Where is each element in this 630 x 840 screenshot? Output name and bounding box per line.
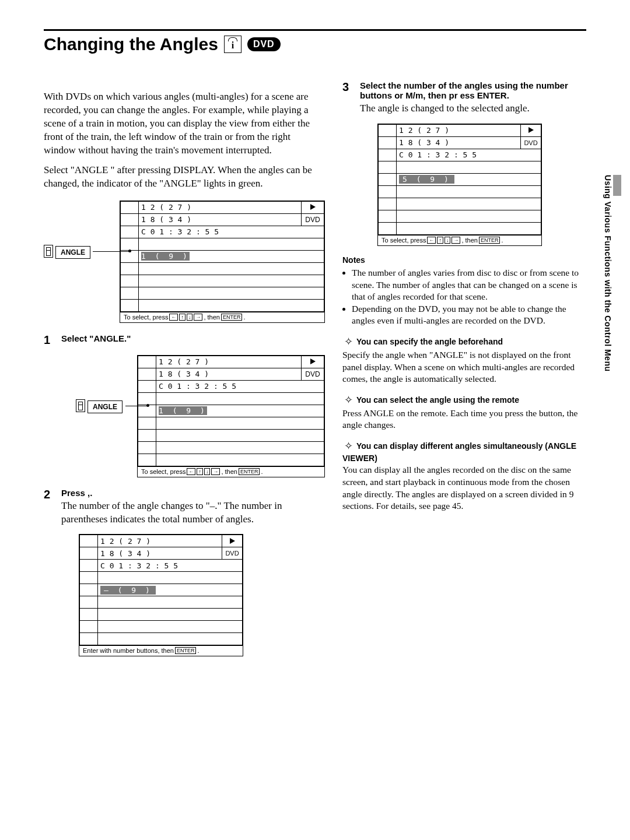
tip-1: ✧ You can specify the angle beforehand S…	[342, 335, 586, 385]
step-2-heading: Press ,.	[61, 488, 325, 498]
tip-2-title: You can select the angle using the remot…	[356, 395, 519, 405]
step-3-heading: Select the number of the angles using th…	[360, 80, 586, 100]
osd-footer: To select, press ←↑↓→ , then ENTER.	[120, 312, 324, 322]
osd-footer: Enter with number buttons, then ENTER.	[79, 645, 243, 656]
note-item: Depending on the DVD, you may not be abl…	[352, 303, 586, 327]
info-icon	[224, 36, 242, 53]
tip-icon: ✧	[342, 393, 354, 406]
intro-paragraph-2: Select "ANGLE " after pressing DISPLAY. …	[44, 164, 325, 191]
tip-1-body: Specify the angle when "ANGLE" is not di…	[342, 349, 586, 385]
tip-3-body: You can display all the angles recorded …	[342, 464, 586, 512]
osd-footer: To select, press ←↑↓→ , then ENTER.	[378, 235, 541, 245]
right-column: 3 Select the number of the angles using …	[342, 80, 586, 662]
page-title: Changing the Angles	[44, 34, 218, 54]
angle-icon	[76, 399, 85, 412]
play-icon	[310, 204, 316, 210]
note-item: The number of angles varies from disc to…	[352, 267, 586, 303]
tip-icon: ✧	[342, 335, 354, 348]
step-3-body: The angle is changed to the selected ang…	[360, 102, 586, 115]
tip-icon: ✧	[342, 440, 354, 452]
step-2: 2 Press ,. The number of the angle chang…	[44, 488, 325, 526]
osd-screen-step3: 1 2 ( 2 7 ) 1 8 ( 3 4 )DVD C 0 1 : 3 2 :…	[377, 124, 542, 246]
play-icon	[310, 359, 316, 364]
play-icon	[528, 127, 534, 133]
notes-heading: Notes	[342, 255, 586, 265]
side-section-title: Using Various Functions with the Control…	[603, 175, 612, 372]
angle-label: ANGLE	[88, 400, 123, 413]
osd-screen-step1: 1 2 ( 2 7 ) 1 8 ( 3 4 )DVD C 0 1 : 3 2 :…	[137, 355, 325, 477]
tip-1-title: You can specify the angle beforehand	[356, 337, 503, 346]
left-column: With DVDs on which various angles (multi…	[44, 80, 325, 662]
tip-3: ✧ You can display different angles simul…	[342, 440, 586, 512]
osd-screen-step2: 1 2 ( 2 7 ) 1 8 ( 3 4 )DVD C 0 1 : 3 2 :…	[79, 534, 243, 656]
step-3: 3 Select the number of the angles using …	[342, 80, 586, 115]
angle-label: ANGLE	[55, 246, 90, 259]
intro-paragraph-1: With DVDs on which various angles (multi…	[44, 90, 325, 157]
osd-footer: To select, press ←↑↓→ , then ENTER.	[138, 466, 324, 477]
tip-3-title: You can display different angles simulta…	[342, 441, 576, 463]
step-1: 1 Select "ANGLE."	[44, 333, 325, 347]
side-tab-marker	[613, 175, 621, 196]
page-heading-bar: Changing the Angles DVD	[44, 29, 586, 54]
dvd-badge: DVD	[247, 37, 281, 51]
angle-icon	[44, 245, 53, 258]
osd-screen-intro: 1 2 ( 2 7 ) 1 8 ( 3 4 )DVD C 0 1 : 3 2 :…	[120, 201, 325, 323]
play-icon	[230, 538, 235, 544]
notes-list: The number of angles varies from disc to…	[342, 267, 586, 327]
step-2-body: The number of the angle changes to "–." …	[61, 500, 325, 526]
step-1-heading: Select "ANGLE."	[61, 333, 325, 343]
tip-2: ✧ You can select the angle using the rem…	[342, 393, 586, 431]
tip-2-body: Press ANGLE on the remote. Each time you…	[342, 407, 586, 431]
